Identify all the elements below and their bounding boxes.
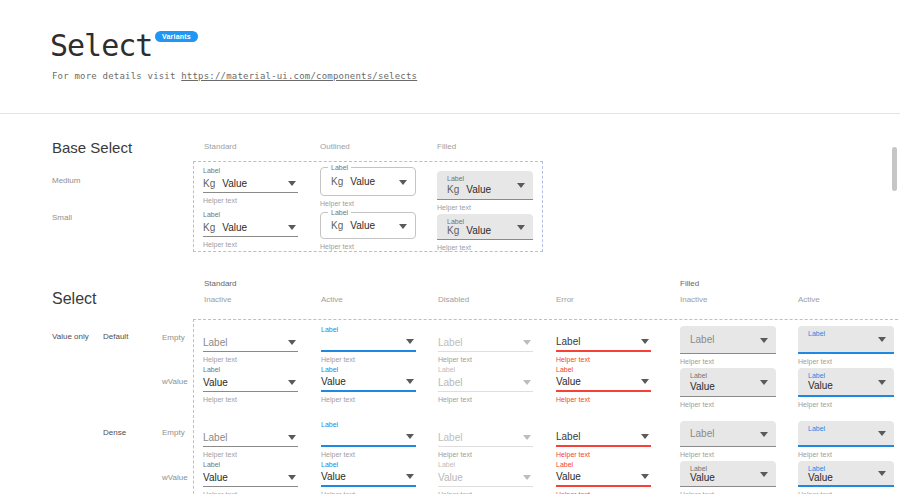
helper-text: Helper text bbox=[556, 356, 651, 364]
select-control[interactable]: Label bbox=[680, 326, 776, 354]
select-label: Label bbox=[556, 461, 651, 469]
select-control[interactable]: Label bbox=[556, 336, 651, 352]
select-control[interactable]: Value bbox=[321, 471, 416, 487]
adornment: Kg bbox=[203, 223, 215, 233]
select-placeholder-label: Label bbox=[690, 335, 756, 345]
helper-text: Helper text bbox=[680, 401, 776, 409]
select-control[interactable]: Label bbox=[798, 326, 894, 354]
dropdown-arrow-icon bbox=[517, 183, 525, 188]
select-placeholder-label: Label bbox=[438, 338, 462, 348]
variants-badge: Variants bbox=[155, 31, 198, 42]
select-filled-inactive-wvalue-default: Label Value Helper text bbox=[680, 368, 776, 409]
select-disabled-wvalue-dense: Label Value Helper text bbox=[438, 461, 533, 494]
select-value: Value bbox=[321, 472, 346, 482]
select-control[interactable] bbox=[321, 336, 416, 352]
dropdown-arrow-icon bbox=[288, 181, 296, 186]
helper-text: Helper text bbox=[203, 197, 298, 205]
select-control[interactable]: Value bbox=[321, 376, 416, 392]
select-label: Label bbox=[203, 461, 298, 469]
helper-text: Helper text bbox=[798, 451, 894, 459]
select-value: Value bbox=[808, 473, 833, 483]
select-control[interactable]: Label bbox=[438, 376, 533, 392]
select-control[interactable] bbox=[321, 431, 416, 447]
select-error-empty-default: Label Helper text bbox=[556, 326, 651, 364]
select-control[interactable]: Label bbox=[798, 421, 894, 447]
select-outlined-medium: Label Kg Value Helper text bbox=[320, 167, 416, 208]
material-ui-link[interactable]: https://material-ui.com/components/selec… bbox=[181, 71, 417, 81]
row-header-dense: Dense bbox=[103, 428, 126, 437]
select-control[interactable]: Label Kg Value bbox=[437, 171, 533, 200]
select-control[interactable]: Label Kg Value bbox=[320, 167, 416, 196]
select-filled-inactive-empty-dense: Label Helper text bbox=[680, 421, 776, 459]
select-value: Value bbox=[222, 223, 247, 233]
select-control[interactable]: Label Kg Value bbox=[320, 212, 416, 239]
select-control[interactable]: Label bbox=[203, 336, 298, 352]
select-value: Value bbox=[808, 381, 833, 391]
select-control[interactable]: Value bbox=[556, 376, 651, 392]
helper-text: Helper text bbox=[680, 358, 776, 366]
dropdown-arrow-icon bbox=[406, 339, 414, 344]
dropdown-arrow-icon bbox=[878, 380, 886, 385]
select-control[interactable]: Label Value bbox=[798, 368, 894, 397]
select-heading: Select bbox=[52, 290, 96, 308]
adornment: Kg bbox=[203, 179, 215, 189]
dropdown-arrow-icon bbox=[517, 225, 525, 230]
select-placeholder-label: Label bbox=[556, 337, 580, 347]
select-inactive-empty-dense: Label Helper text bbox=[203, 421, 298, 459]
select-control[interactable]: Value bbox=[556, 471, 651, 487]
base-select-heading: Base Select bbox=[52, 139, 132, 156]
select-filled-inactive-empty-default: Label Helper text bbox=[680, 326, 776, 366]
select-active-empty-default: Label Helper text bbox=[321, 326, 416, 364]
state-header-inactive: Inactive bbox=[204, 295, 232, 304]
select-value: Value bbox=[203, 473, 228, 483]
select-filled-active-empty-default: Label Helper text bbox=[798, 326, 894, 366]
select-control[interactable]: Label bbox=[203, 431, 298, 447]
select-control[interactable]: Label bbox=[556, 431, 651, 447]
select-value: Value bbox=[690, 382, 715, 392]
select-control[interactable]: Value bbox=[203, 376, 298, 392]
select-control[interactable]: Label bbox=[438, 431, 533, 447]
select-placeholder-label: Label bbox=[203, 338, 227, 348]
helper-text: Helper text bbox=[203, 356, 298, 364]
select-control[interactable]: Value bbox=[203, 471, 298, 487]
dropdown-arrow-icon bbox=[878, 471, 886, 476]
dropdown-arrow-icon bbox=[641, 474, 649, 479]
select-label: Label bbox=[321, 421, 416, 429]
group-header-standard: Standard bbox=[204, 279, 236, 288]
select-control[interactable]: Label bbox=[680, 421, 776, 447]
adornment: Kg bbox=[331, 177, 343, 187]
select-label: Label bbox=[321, 461, 416, 469]
select-filled-small: Label Kg Value Helper text bbox=[437, 214, 533, 252]
select-label: Label bbox=[203, 366, 298, 374]
vertical-scrollbar-thumb[interactable] bbox=[892, 147, 897, 191]
select-standard-small: Label Kg Value Helper text bbox=[203, 211, 298, 249]
select-label: Label bbox=[328, 163, 351, 172]
select-value: Value bbox=[321, 377, 346, 387]
helper-text: Helper text bbox=[320, 243, 416, 251]
select-error-wvalue-dense: Label Value Helper text bbox=[556, 461, 651, 494]
select-control[interactable]: Kg Value bbox=[203, 177, 298, 193]
select-control[interactable]: Label Value bbox=[680, 368, 776, 397]
select-placeholder-label: Label bbox=[438, 433, 462, 443]
select-label: Label bbox=[808, 330, 874, 338]
dropdown-arrow-icon bbox=[288, 380, 296, 385]
select-control[interactable]: Value bbox=[438, 471, 533, 487]
row-group-value-only: Value only bbox=[52, 332, 89, 341]
select-control[interactable]: Label Value bbox=[798, 461, 894, 487]
state-header-disabled: Disabled bbox=[438, 295, 469, 304]
helper-text: Helper text bbox=[438, 356, 533, 364]
adornment: Kg bbox=[331, 221, 343, 231]
select-control[interactable]: Kg Value bbox=[203, 221, 298, 237]
col-header-filled: Filled bbox=[437, 142, 456, 151]
select-active-empty-dense: Label Helper text bbox=[321, 421, 416, 459]
helper-text: Helper text bbox=[437, 244, 533, 252]
helper-text: Helper text bbox=[798, 401, 894, 409]
select-control[interactable]: Label bbox=[438, 336, 533, 352]
dropdown-arrow-icon bbox=[523, 380, 531, 385]
select-control[interactable]: Label Kg Value bbox=[437, 214, 533, 240]
helper-text: Helper text bbox=[556, 451, 651, 459]
row-header-wvalue-default: wValue bbox=[162, 377, 188, 386]
row-header-empty-dense: Empty bbox=[162, 428, 185, 437]
select-control[interactable]: Label Value bbox=[680, 461, 776, 487]
select-label: Label bbox=[328, 208, 351, 217]
